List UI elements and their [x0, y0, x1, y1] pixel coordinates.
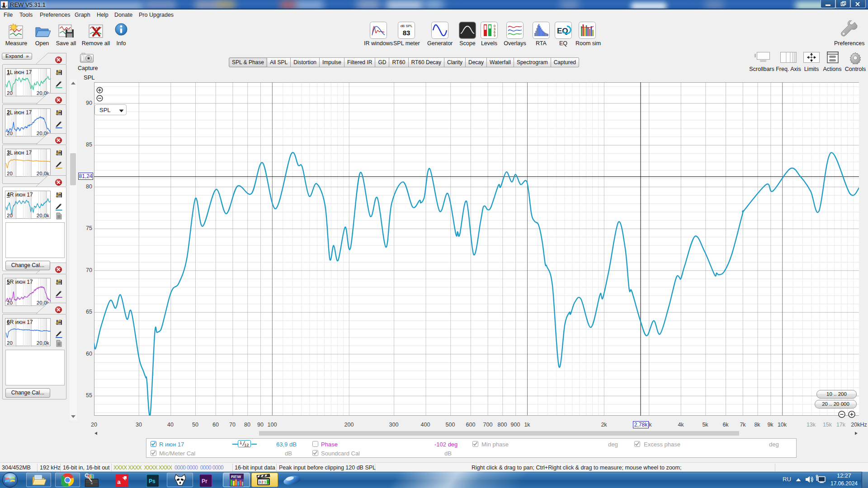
svg-text:9: 9	[494, 34, 495, 37]
svg-text:Pr: Pr	[202, 478, 208, 484]
svg-text:83: 83	[403, 29, 410, 37]
svg-text:0: 0	[494, 24, 495, 28]
svg-text:6: 6	[494, 31, 495, 34]
svg-text:a: a	[118, 479, 121, 485]
svg-text:3: 3	[259, 480, 261, 484]
svg-text:1: 1	[264, 480, 266, 484]
svg-text:1: 1	[240, 440, 242, 445]
svg-text:12: 12	[244, 442, 249, 447]
svg-text:3: 3	[494, 28, 495, 31]
svg-text:dB SPL: dB SPL	[400, 24, 413, 28]
svg-text:Ps: Ps	[149, 478, 156, 484]
svg-text:2: 2	[261, 480, 264, 484]
svg-text:REW: REW	[231, 474, 241, 479]
